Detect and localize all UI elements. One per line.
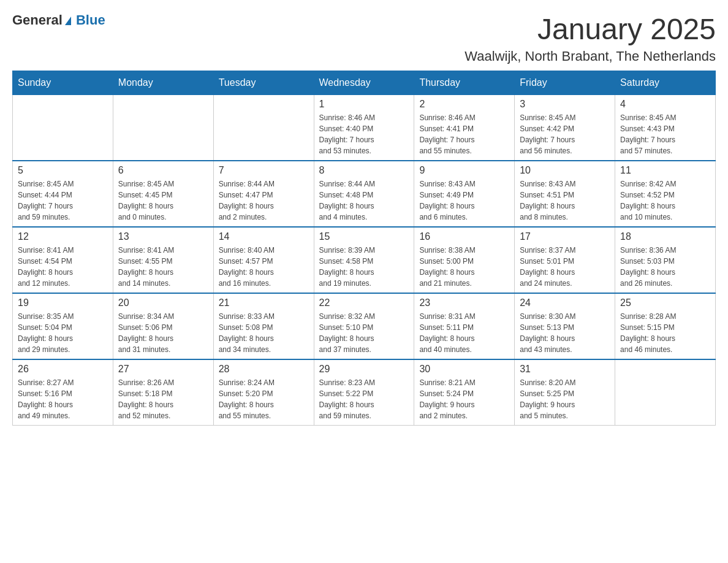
day-number: 13 (118, 231, 208, 242)
calendar-cell: 1Sunrise: 8:46 AM Sunset: 4:40 PM Daylig… (314, 95, 414, 161)
calendar-cell: 27Sunrise: 8:26 AM Sunset: 5:18 PM Dayli… (113, 359, 213, 426)
calendar-cell: 29Sunrise: 8:23 AM Sunset: 5:22 PM Dayli… (314, 359, 414, 426)
calendar-cell: 19Sunrise: 8:35 AM Sunset: 5:04 PM Dayli… (13, 293, 113, 359)
calendar-week-row: 19Sunrise: 8:35 AM Sunset: 5:04 PM Dayli… (13, 293, 716, 359)
calendar-cell: 14Sunrise: 8:40 AM Sunset: 4:57 PM Dayli… (213, 227, 314, 293)
day-number: 17 (520, 231, 610, 242)
calendar-cell: 17Sunrise: 8:37 AM Sunset: 5:01 PM Dayli… (515, 227, 615, 293)
weekday-header: Monday (113, 71, 213, 95)
day-info: Sunrise: 8:41 AM Sunset: 4:55 PM Dayligh… (118, 245, 208, 289)
day-number: 20 (118, 297, 208, 308)
day-number: 5 (18, 165, 108, 176)
calendar-cell: 2Sunrise: 8:46 AM Sunset: 4:41 PM Daylig… (414, 95, 515, 161)
day-info: Sunrise: 8:32 AM Sunset: 5:10 PM Dayligh… (319, 311, 409, 355)
weekday-header: Wednesday (314, 71, 414, 95)
calendar-cell: 25Sunrise: 8:28 AM Sunset: 5:15 PM Dayli… (615, 293, 716, 359)
day-number: 16 (419, 231, 509, 242)
day-number: 19 (18, 297, 108, 308)
calendar-week-row: 1Sunrise: 8:46 AM Sunset: 4:40 PM Daylig… (13, 95, 716, 161)
day-number: 29 (319, 364, 409, 375)
logo-triangle-icon (65, 17, 71, 25)
day-info: Sunrise: 8:28 AM Sunset: 5:15 PM Dayligh… (620, 311, 710, 355)
weekday-header: Saturday (615, 71, 716, 95)
day-number: 26 (18, 364, 108, 375)
day-number: 11 (620, 165, 710, 176)
day-info: Sunrise: 8:39 AM Sunset: 4:58 PM Dayligh… (319, 245, 409, 289)
day-info: Sunrise: 8:41 AM Sunset: 4:54 PM Dayligh… (18, 245, 108, 289)
calendar-cell: 28Sunrise: 8:24 AM Sunset: 5:20 PM Dayli… (213, 359, 314, 426)
day-info: Sunrise: 8:45 AM Sunset: 4:45 PM Dayligh… (118, 178, 208, 223)
day-number: 27 (118, 364, 208, 375)
calendar-cell (615, 359, 716, 426)
calendar-cell (13, 95, 113, 161)
day-info: Sunrise: 8:43 AM Sunset: 4:49 PM Dayligh… (419, 178, 509, 223)
day-info: Sunrise: 8:45 AM Sunset: 4:43 PM Dayligh… (620, 112, 710, 156)
calendar-cell: 22Sunrise: 8:32 AM Sunset: 5:10 PM Dayli… (314, 293, 414, 359)
weekday-header: Tuesday (213, 71, 314, 95)
day-info: Sunrise: 8:20 AM Sunset: 5:25 PM Dayligh… (520, 377, 610, 421)
calendar-week-row: 26Sunrise: 8:27 AM Sunset: 5:16 PM Dayli… (13, 359, 716, 426)
day-info: Sunrise: 8:38 AM Sunset: 5:00 PM Dayligh… (419, 245, 509, 289)
calendar-cell: 21Sunrise: 8:33 AM Sunset: 5:08 PM Dayli… (213, 293, 314, 359)
day-info: Sunrise: 8:45 AM Sunset: 4:42 PM Dayligh… (520, 112, 610, 156)
weekday-header: Friday (515, 71, 615, 95)
day-info: Sunrise: 8:46 AM Sunset: 4:41 PM Dayligh… (419, 112, 509, 156)
day-info: Sunrise: 8:35 AM Sunset: 5:04 PM Dayligh… (18, 311, 108, 355)
day-number: 24 (520, 297, 610, 308)
day-info: Sunrise: 8:37 AM Sunset: 5:01 PM Dayligh… (520, 245, 610, 289)
day-number: 23 (419, 297, 509, 308)
day-number: 4 (620, 99, 710, 110)
day-info: Sunrise: 8:31 AM Sunset: 5:11 PM Dayligh… (419, 311, 509, 355)
day-number: 9 (419, 165, 509, 176)
calendar-cell: 11Sunrise: 8:42 AM Sunset: 4:52 PM Dayli… (615, 161, 716, 227)
calendar-table: SundayMondayTuesdayWednesdayThursdayFrid… (12, 71, 716, 426)
calendar-cell: 12Sunrise: 8:41 AM Sunset: 4:54 PM Dayli… (13, 227, 113, 293)
day-number: 1 (319, 99, 409, 110)
day-info: Sunrise: 8:33 AM Sunset: 5:08 PM Dayligh… (219, 311, 309, 355)
day-number: 2 (419, 99, 509, 110)
day-number: 12 (18, 231, 108, 242)
weekday-header: Thursday (414, 71, 515, 95)
day-number: 30 (419, 364, 509, 375)
calendar-week-row: 12Sunrise: 8:41 AM Sunset: 4:54 PM Dayli… (13, 227, 716, 293)
day-info: Sunrise: 8:23 AM Sunset: 5:22 PM Dayligh… (319, 377, 409, 421)
day-number: 7 (219, 165, 309, 176)
calendar-cell: 13Sunrise: 8:41 AM Sunset: 4:55 PM Dayli… (113, 227, 213, 293)
day-info: Sunrise: 8:21 AM Sunset: 5:24 PM Dayligh… (419, 377, 509, 421)
page-header: General Blue January 2025 Waalwijk, Nort… (12, 12, 716, 64)
day-info: Sunrise: 8:43 AM Sunset: 4:51 PM Dayligh… (520, 178, 610, 223)
calendar-cell: 3Sunrise: 8:45 AM Sunset: 4:42 PM Daylig… (515, 95, 615, 161)
calendar-cell: 23Sunrise: 8:31 AM Sunset: 5:11 PM Dayli… (414, 293, 515, 359)
calendar-cell (213, 95, 314, 161)
day-info: Sunrise: 8:36 AM Sunset: 5:03 PM Dayligh… (620, 245, 710, 289)
calendar-cell: 6Sunrise: 8:45 AM Sunset: 4:45 PM Daylig… (113, 161, 213, 227)
day-number: 22 (319, 297, 409, 308)
day-number: 3 (520, 99, 610, 110)
day-number: 31 (520, 364, 610, 375)
logo-general-text: General (12, 12, 63, 28)
day-number: 8 (319, 165, 409, 176)
calendar-cell: 4Sunrise: 8:45 AM Sunset: 4:43 PM Daylig… (615, 95, 716, 161)
day-info: Sunrise: 8:40 AM Sunset: 4:57 PM Dayligh… (219, 245, 309, 289)
logo: General Blue (12, 12, 105, 28)
logo-blue-text: Blue (76, 12, 105, 28)
day-info: Sunrise: 8:24 AM Sunset: 5:20 PM Dayligh… (219, 377, 309, 421)
day-info: Sunrise: 8:46 AM Sunset: 4:40 PM Dayligh… (319, 112, 409, 156)
calendar-cell: 26Sunrise: 8:27 AM Sunset: 5:16 PM Dayli… (13, 359, 113, 426)
calendar-header-row: SundayMondayTuesdayWednesdayThursdayFrid… (13, 71, 716, 95)
calendar-cell: 20Sunrise: 8:34 AM Sunset: 5:06 PM Dayli… (113, 293, 213, 359)
calendar-cell: 5Sunrise: 8:45 AM Sunset: 4:44 PM Daylig… (13, 161, 113, 227)
day-info: Sunrise: 8:26 AM Sunset: 5:18 PM Dayligh… (118, 377, 208, 421)
calendar-cell: 18Sunrise: 8:36 AM Sunset: 5:03 PM Dayli… (615, 227, 716, 293)
calendar-cell: 8Sunrise: 8:44 AM Sunset: 4:48 PM Daylig… (314, 161, 414, 227)
day-number: 21 (219, 297, 309, 308)
day-info: Sunrise: 8:27 AM Sunset: 5:16 PM Dayligh… (18, 377, 108, 421)
calendar-cell: 16Sunrise: 8:38 AM Sunset: 5:00 PM Dayli… (414, 227, 515, 293)
calendar-cell: 7Sunrise: 8:44 AM Sunset: 4:47 PM Daylig… (213, 161, 314, 227)
day-number: 28 (219, 364, 309, 375)
day-info: Sunrise: 8:44 AM Sunset: 4:47 PM Dayligh… (219, 178, 309, 223)
day-number: 15 (319, 231, 409, 242)
calendar-cell: 31Sunrise: 8:20 AM Sunset: 5:25 PM Dayli… (515, 359, 615, 426)
calendar-cell: 30Sunrise: 8:21 AM Sunset: 5:24 PM Dayli… (414, 359, 515, 426)
day-number: 6 (118, 165, 208, 176)
